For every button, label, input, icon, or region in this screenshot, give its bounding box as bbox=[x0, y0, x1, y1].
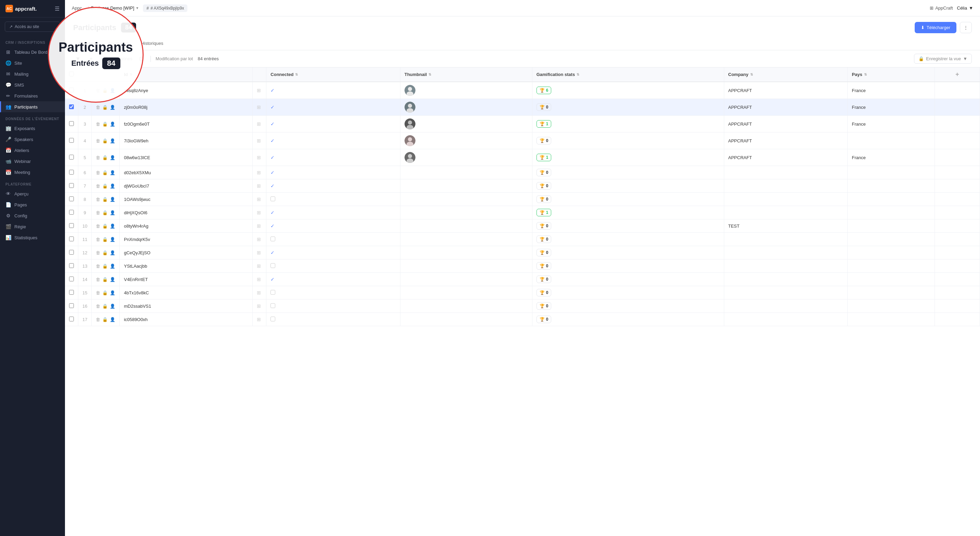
delete-icon[interactable]: 🗑 bbox=[96, 138, 100, 144]
lock-icon[interactable]: 🔒 bbox=[102, 121, 108, 127]
grid-icon[interactable]: ⊞ bbox=[257, 104, 261, 110]
user-icon[interactable]: 👤 bbox=[110, 263, 115, 269]
grid-icon[interactable]: ⊞ bbox=[257, 317, 261, 322]
grid-icon[interactable]: ⊞ bbox=[257, 196, 261, 202]
user-icon[interactable]: 👤 bbox=[110, 88, 115, 93]
lock-icon[interactable]: 🔒 bbox=[102, 277, 108, 282]
grid-icon[interactable]: ⊞ bbox=[257, 250, 261, 255]
sidebar-item-webinar[interactable]: 📹 Webinar bbox=[0, 156, 65, 167]
lock-icon[interactable]: 🔒 bbox=[102, 250, 108, 255]
row-checkbox[interactable] bbox=[69, 121, 74, 126]
lock-icon[interactable]: 🔒 bbox=[102, 210, 108, 215]
sidebar-item-sms[interactable]: 💬 SMS bbox=[0, 80, 65, 90]
tab-entrees[interactable]: Entrées bbox=[73, 37, 102, 50]
lock-icon[interactable]: 🔒 bbox=[102, 290, 108, 295]
delete-icon[interactable]: 🗑 bbox=[96, 277, 100, 282]
delete-icon[interactable]: 🗑 bbox=[96, 290, 100, 295]
delete-icon[interactable]: 🗑 bbox=[96, 317, 100, 322]
row-checkbox[interactable] bbox=[69, 138, 74, 143]
lock-icon[interactable]: 🔒 bbox=[102, 155, 108, 160]
lock-icon[interactable]: 🔒 bbox=[102, 197, 108, 202]
save-view-button[interactable]: 🔒 Enregistrer la vue ▼ bbox=[914, 54, 972, 64]
tab-historiques[interactable]: Historiques bbox=[135, 37, 169, 50]
th-thumbnail[interactable]: Thumbnail ⇅ bbox=[400, 67, 532, 82]
th-company[interactable]: Company ⇅ bbox=[724, 67, 848, 82]
delete-icon[interactable]: 🗑 bbox=[96, 197, 100, 202]
row-checkbox[interactable] bbox=[69, 170, 74, 175]
sidebar-item-formulaires[interactable]: ✏ Formulaires bbox=[0, 90, 65, 101]
delete-icon[interactable]: 🗑 bbox=[96, 210, 100, 215]
row-checkbox[interactable] bbox=[69, 104, 74, 109]
event-selector[interactable]: Business Demo [WIP] ▼ bbox=[91, 5, 139, 11]
grid-icon[interactable]: ⊞ bbox=[257, 138, 261, 144]
row-checkbox[interactable] bbox=[69, 196, 74, 201]
delete-icon[interactable]: 🗑 bbox=[96, 237, 100, 242]
delete-icon[interactable]: 🗑 bbox=[96, 223, 100, 229]
lock-icon[interactable]: 🔒 bbox=[102, 304, 108, 309]
sidebar-item-participants[interactable]: 👥 Participants bbox=[0, 101, 65, 112]
user-icon[interactable]: 👤 bbox=[110, 317, 115, 322]
delete-icon[interactable]: 🗑 bbox=[96, 155, 100, 160]
row-checkbox[interactable] bbox=[69, 210, 74, 215]
user-icon[interactable]: 👤 bbox=[110, 170, 115, 175]
hamburger-icon[interactable]: ☰ bbox=[55, 5, 59, 12]
grid-icon[interactable]: ⊞ bbox=[257, 170, 261, 175]
row-checkbox[interactable] bbox=[69, 183, 74, 188]
row-checkbox[interactable] bbox=[69, 290, 74, 295]
lock-icon[interactable]: 🔒 bbox=[102, 263, 108, 269]
sidebar-item-meeting[interactable]: 📆 Meeting bbox=[0, 167, 65, 178]
user-menu[interactable]: Célia ▼ bbox=[957, 5, 974, 11]
th-add-column[interactable]: + bbox=[934, 67, 980, 82]
grid-icon[interactable]: ⊞ bbox=[257, 290, 261, 295]
lock-icon[interactable]: 🔒 bbox=[102, 183, 108, 188]
user-icon[interactable]: 👤 bbox=[110, 197, 115, 202]
row-checkbox[interactable] bbox=[69, 236, 74, 241]
sidebar-item-site[interactable]: 🌐 Site bbox=[0, 57, 65, 69]
user-icon[interactable]: 👤 bbox=[110, 290, 115, 295]
user-icon[interactable]: 👤 bbox=[110, 155, 115, 160]
row-checkbox[interactable] bbox=[69, 155, 74, 160]
grid-icon[interactable]: ⊞ bbox=[257, 210, 261, 215]
more-options-button[interactable]: ⋮ bbox=[960, 22, 972, 33]
lock-icon[interactable]: 🔒 bbox=[102, 138, 108, 144]
lock-icon[interactable]: 🔒 bbox=[102, 237, 108, 242]
row-checkbox[interactable] bbox=[69, 88, 74, 93]
th-pays[interactable]: Pays ⇅ bbox=[848, 67, 934, 82]
delete-icon[interactable]: 🗑 bbox=[96, 250, 100, 255]
sidebar-item-statistiques[interactable]: 📊 Statistiques bbox=[0, 232, 65, 243]
user-icon[interactable]: 👤 bbox=[110, 304, 115, 309]
row-checkbox[interactable] bbox=[69, 317, 74, 321]
delete-icon[interactable]: 🗑 bbox=[96, 105, 100, 110]
th-gamification[interactable]: Gamification stats ⇅ bbox=[532, 67, 724, 82]
grid-icon[interactable]: ⊞ bbox=[257, 88, 261, 93]
columns-selector[interactable]: 👁 8 colonnes bbox=[105, 56, 132, 61]
user-icon[interactable]: 👤 bbox=[110, 237, 115, 242]
sidebar-item-mailing[interactable]: ✉ Mailing bbox=[0, 69, 65, 80]
lock-icon[interactable]: 🔒 bbox=[102, 317, 108, 322]
filter-button[interactable]: ▼ bbox=[73, 54, 83, 63]
user-icon[interactable]: 👤 bbox=[110, 210, 115, 215]
user-icon[interactable]: 👤 bbox=[110, 183, 115, 188]
grid-icon[interactable]: ⊞ bbox=[257, 183, 261, 188]
row-checkbox[interactable] bbox=[69, 276, 74, 281]
grid-icon[interactable]: ⊞ bbox=[257, 236, 261, 242]
user-icon[interactable]: 👤 bbox=[110, 250, 115, 255]
row-checkbox[interactable] bbox=[69, 263, 74, 268]
user-icon[interactable]: 👤 bbox=[110, 223, 115, 229]
lock-icon[interactable]: 🔒 bbox=[102, 170, 108, 175]
delete-icon[interactable]: 🗑 bbox=[96, 183, 100, 188]
lock-icon[interactable]: 🔒 bbox=[102, 223, 108, 229]
row-checkbox[interactable] bbox=[69, 223, 74, 228]
sidebar-item-tableau[interactable]: ⊞ Tableau De Bord bbox=[0, 46, 65, 57]
delete-icon[interactable]: 🗑 bbox=[96, 121, 100, 127]
row-checkbox[interactable] bbox=[69, 250, 74, 255]
download-button[interactable]: ⬇ Télécharger bbox=[915, 22, 956, 33]
lock-icon[interactable]: 🔒 bbox=[102, 88, 108, 93]
grid-icon[interactable]: ⊞ bbox=[257, 223, 261, 229]
delete-icon[interactable]: 🗑 bbox=[96, 304, 100, 309]
grid-icon[interactable]: ⊞ bbox=[257, 263, 261, 269]
user-icon[interactable]: 👤 bbox=[110, 138, 115, 144]
grid-icon[interactable]: ⊞ bbox=[257, 276, 261, 282]
sidebar-item-apercu[interactable]: 👁 Aperçu bbox=[0, 188, 65, 199]
delete-icon[interactable]: 🗑 bbox=[96, 263, 100, 269]
